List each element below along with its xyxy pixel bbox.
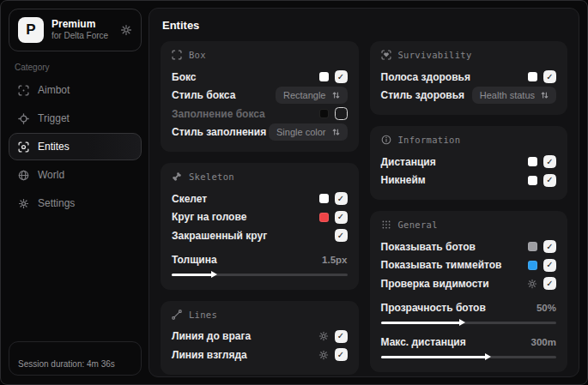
section-title: Box <box>189 50 206 60</box>
distance-checkbox[interactable] <box>543 155 556 168</box>
refresh-icon[interactable] <box>120 24 132 36</box>
box-checkbox[interactable] <box>335 70 348 83</box>
max-distance-slider[interactable] <box>381 356 557 358</box>
app-subtitle: for Delta Force <box>52 31 108 42</box>
sidebar-item-aimbot[interactable]: Aimbot <box>9 76 142 104</box>
color-swatch[interactable] <box>528 157 537 166</box>
setting-row: Стиль здоровья Health status <box>381 87 557 105</box>
sidebar: P Premium for Delta Force Category Aimbo… <box>1 1 149 384</box>
section-box: Box Бокс Стиль бокса Rectangle <box>161 41 359 152</box>
section-survivability: Survivability Полоса здоровья Стиль здор… <box>370 41 568 115</box>
setting-row: Показывать ботов <box>381 238 557 256</box>
section-skeleton: Skeleton Скелет Круг на голове <box>161 163 359 290</box>
sidebar-item-label: Settings <box>38 197 75 209</box>
setting-row: Показывать тиммейтов <box>381 256 557 275</box>
app-window: P Premium for Delta Force Category Aimbo… <box>0 0 588 385</box>
view-line-checkbox[interactable] <box>335 348 348 361</box>
setting-row: Закрашенный круг <box>172 226 348 245</box>
section-general: General Показывать ботов Показывать тимм… <box>370 211 568 372</box>
section-title: Lines <box>189 310 217 320</box>
gear-icon[interactable] <box>318 350 329 360</box>
box-style-dropdown[interactable]: Rectangle <box>276 87 348 104</box>
gear-icon <box>18 198 29 209</box>
bone-icon <box>172 171 182 182</box>
color-swatch[interactable] <box>528 242 537 251</box>
crosshair-icon <box>18 85 29 96</box>
category-label: Category <box>15 63 136 72</box>
sidebar-item-trigget[interactable]: Trigget <box>9 105 142 132</box>
setting-row: Круг на голове <box>172 208 348 227</box>
show-teammates-checkbox[interactable] <box>543 259 556 272</box>
health-style-dropdown[interactable]: Health status <box>472 87 556 104</box>
setting-row: Никнейм <box>381 171 557 190</box>
sidebar-nav: Aimbot Trigget Entites World <box>9 76 142 217</box>
sidebar-item-world[interactable]: World <box>9 161 142 189</box>
health-bar-checkbox[interactable] <box>543 70 556 83</box>
color-swatch[interactable] <box>319 194 329 203</box>
app-title: Premium <box>52 18 108 31</box>
color-swatch[interactable] <box>528 72 537 81</box>
gear-icon[interactable] <box>527 279 537 289</box>
section-lines: Lines Линия до врага Линия взгляда <box>161 301 359 375</box>
setting-row: Дистанция <box>381 153 557 171</box>
box-icon <box>172 50 182 60</box>
color-swatch[interactable] <box>528 261 537 270</box>
section-title: Survivability <box>398 50 472 60</box>
sidebar-item-entites[interactable]: Entites <box>9 133 142 160</box>
slider-thumb[interactable] <box>485 353 491 360</box>
color-swatch[interactable] <box>528 176 537 185</box>
setting-row: Стиль бокса Rectangle <box>172 87 348 105</box>
visibility-check-checkbox[interactable] <box>543 277 556 290</box>
main-panel: Entites Box Бокс <box>149 8 579 377</box>
setting-row: Линия до врага <box>172 328 348 346</box>
sidebar-item-settings[interactable]: Settings <box>9 189 142 217</box>
thickness-slider[interactable] <box>172 274 348 276</box>
sidebar-item-label: World <box>38 169 64 181</box>
slider-value: 300m <box>531 337 556 347</box>
bot-opacity-slider[interactable] <box>381 322 557 324</box>
gear-icon[interactable] <box>318 331 329 341</box>
show-bots-checkbox[interactable] <box>543 240 556 253</box>
session-duration: Session duration: 4m 36s <box>18 359 115 369</box>
color-swatch[interactable] <box>319 109 329 118</box>
slider-thumb[interactable] <box>459 319 465 326</box>
nickname-checkbox[interactable] <box>543 174 556 187</box>
sidebar-item-label: Entites <box>38 141 70 153</box>
fill-style-dropdown[interactable]: Single color <box>269 123 347 141</box>
section-information: Information Дистанция Никнейм <box>370 126 568 200</box>
setting-row: Линия взгляда <box>172 346 348 364</box>
setting-row: Бокс <box>172 68 348 87</box>
setting-row: Стиль заполнения Single color <box>172 123 348 142</box>
page-title: Entites <box>162 19 567 32</box>
section-title: Information <box>398 135 461 145</box>
skeleton-checkbox[interactable] <box>335 192 348 205</box>
slider-value: 50% <box>536 303 556 313</box>
setting-row: Скелет <box>172 189 348 208</box>
globe-icon <box>18 170 29 181</box>
sort-arrows-icon <box>541 91 549 99</box>
grid-dots-icon <box>381 220 391 230</box>
color-swatch[interactable] <box>319 213 329 222</box>
setting-row: Макс. дистанция 300m <box>381 334 557 362</box>
filled-circle-checkbox[interactable] <box>335 229 348 242</box>
entities-icon <box>18 141 29 153</box>
line-icon <box>172 310 182 320</box>
app-logo: P <box>18 17 44 43</box>
sort-arrows-icon <box>332 91 340 99</box>
box-fill-checkbox[interactable] <box>335 107 348 120</box>
slider-value: 1.5px <box>322 255 347 265</box>
premium-card: P Premium for Delta Force <box>9 9 142 51</box>
color-swatch[interactable] <box>319 72 329 81</box>
setting-row: Прозрачность ботов 50% <box>381 299 557 328</box>
slider-thumb[interactable] <box>211 271 217 278</box>
setting-row: Заполнение бокса <box>172 105 348 123</box>
enemy-line-checkbox[interactable] <box>335 330 348 343</box>
session-card: Session duration: 4m 36s <box>9 341 142 376</box>
sort-arrows-icon <box>332 128 340 136</box>
sidebar-item-label: Trigget <box>38 112 70 124</box>
trigger-icon <box>18 113 29 124</box>
section-title: General <box>398 220 438 230</box>
head-circle-checkbox[interactable] <box>335 211 348 224</box>
setting-row: Проверка видимости <box>381 274 557 293</box>
heart-scan-icon <box>381 50 391 60</box>
